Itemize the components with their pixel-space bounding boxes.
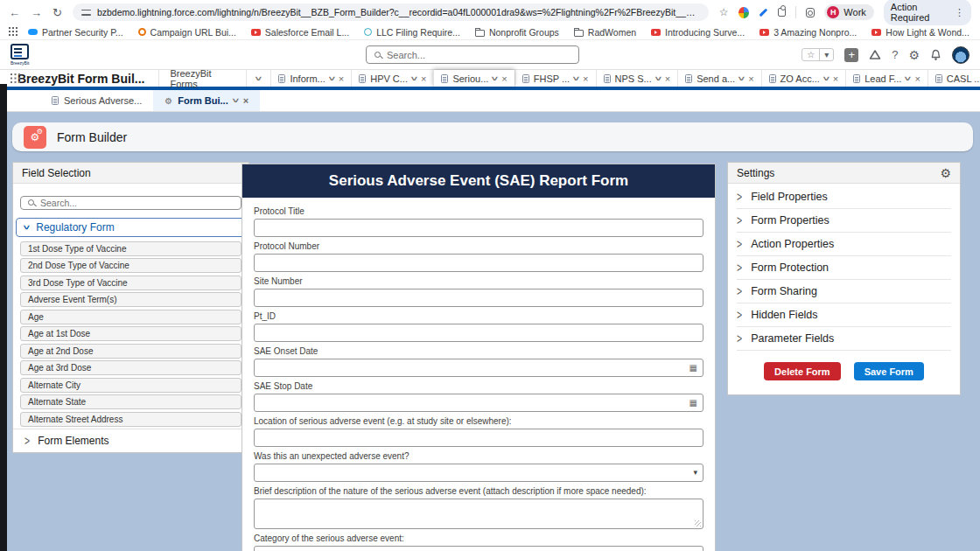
close-icon[interactable]: × — [583, 73, 588, 84]
reload-icon[interactable]: ↻ — [52, 7, 62, 18]
close-icon[interactable]: × — [748, 73, 753, 84]
field-input-date[interactable]: ▦ — [254, 394, 704, 412]
field-input-text[interactable] — [254, 254, 704, 272]
quick-create-icon[interactable]: + — [844, 48, 858, 62]
settings-section-row[interactable]: >Form Sharing — [737, 280, 951, 303]
favorites-dropdown-icon[interactable]: ▾ — [819, 49, 833, 60]
chevron-down-icon[interactable]: > — [820, 76, 832, 80]
field-chip[interactable]: Alternate Street Address — [20, 412, 242, 427]
nav-home-dropdown[interactable]: > — [246, 70, 270, 87]
pencil-icon[interactable] — [759, 8, 767, 17]
save-form-button[interactable]: Save Form — [854, 362, 924, 380]
field-chip[interactable]: 3rd Dose Type of Vaccine — [20, 276, 242, 290]
settings-section-row[interactable]: >Field Properties — [737, 185, 951, 209]
delete-form-button[interactable]: Delete Form — [764, 362, 841, 380]
calendar-icon[interactable]: ▦ — [690, 364, 697, 373]
workspace-tab[interactable]: Inform...>× — [270, 70, 351, 87]
site-settings-icon[interactable] — [81, 9, 91, 17]
bookmark-item[interactable]: 3 Amazing Nonpro... — [760, 27, 857, 38]
regulatory-form-accordion[interactable]: > Regulatory Form — [16, 218, 246, 237]
extensions-icon[interactable] — [778, 8, 786, 17]
field-input-text[interactable] — [254, 219, 704, 237]
close-icon[interactable]: × — [339, 73, 344, 84]
close-icon[interactable]: × — [665, 73, 670, 84]
chevron-down-icon[interactable]: > — [326, 76, 338, 80]
notifications-bell-icon[interactable] — [930, 49, 942, 61]
field-input-text[interactable] — [254, 289, 704, 307]
tab-search-icon[interactable] — [806, 8, 816, 17]
bookmark-item[interactable]: Salesforce Email L... — [251, 27, 349, 38]
close-icon[interactable]: × — [243, 95, 248, 106]
bookmark-item[interactable]: Partner Security P... — [28, 27, 123, 38]
field-chip[interactable]: Alternate City — [20, 378, 242, 393]
field-input-text[interactable] — [254, 429, 704, 447]
field-input-select[interactable]: ▾ — [254, 464, 704, 482]
nav-home-tab[interactable]: BreezyBit Forms — [158, 70, 246, 87]
favorites-control[interactable]: ☆ ▾ — [802, 48, 834, 61]
workspace-tab[interactable]: NPS S...>× — [596, 70, 678, 87]
field-input-date[interactable]: ▦ — [254, 359, 704, 377]
global-search-box[interactable] — [366, 45, 579, 64]
trailhead-icon[interactable] — [869, 49, 881, 60]
field-input-textarea[interactable] — [254, 499, 704, 529]
user-avatar[interactable] — [952, 46, 970, 64]
workspace-tab[interactable]: Lead F...>× — [845, 70, 928, 87]
kebab-menu-icon[interactable]: ⋮ — [955, 7, 964, 18]
console-subtab[interactable]: ⚙Form Bui...>× — [153, 90, 260, 111]
field-search-input[interactable] — [40, 198, 234, 208]
field-chip[interactable]: Age at 1st Dose — [20, 326, 242, 341]
chevron-down-icon[interactable]: > — [736, 76, 748, 80]
field-chip[interactable]: Age — [20, 310, 242, 324]
field-input-text[interactable] — [254, 324, 704, 342]
favorites-star-icon[interactable]: ☆ — [802, 49, 819, 60]
org-logo[interactable]: BreezyBit — [10, 44, 29, 66]
profile-button[interactable]: H Work — [824, 4, 873, 20]
close-icon[interactable]: × — [914, 73, 920, 84]
console-subtab[interactable]: Serious Adverse... — [40, 90, 153, 111]
settings-section-row[interactable]: >Form Properties — [737, 209, 951, 233]
gear-icon[interactable]: ⚙ — [940, 166, 951, 180]
resize-handle-icon[interactable] — [695, 520, 701, 527]
workspace-tab[interactable]: CASL ...>× — [928, 70, 980, 87]
chevron-down-icon[interactable]: > — [652, 76, 664, 80]
field-search-box[interactable] — [20, 196, 242, 210]
workspace-tab[interactable]: FHSP ...>× — [514, 70, 596, 87]
bookmark-item[interactable]: Campaign URL Bui... — [138, 27, 236, 38]
field-chip[interactable]: Alternate State — [20, 394, 242, 409]
workspace-tab[interactable]: HPV C...>× — [351, 70, 433, 87]
settings-section-row[interactable]: >Parameter Fields — [737, 327, 951, 351]
workspace-tab[interactable]: Seriou...>× — [433, 70, 514, 87]
close-icon[interactable]: × — [421, 73, 426, 84]
close-icon[interactable]: × — [833, 73, 838, 84]
field-input-text[interactable] — [254, 546, 704, 551]
google-services-icon[interactable] — [738, 7, 748, 18]
form-elements-accordion[interactable]: > Form Elements — [13, 429, 248, 452]
chevron-down-icon[interactable]: > — [408, 76, 420, 80]
settings-section-row[interactable]: >Action Properties — [737, 233, 951, 256]
field-chip[interactable]: 1st Dose Type of Vaccine — [20, 241, 242, 256]
help-icon[interactable]: ? — [892, 48, 898, 61]
field-chip[interactable]: Age at 3rd Dose — [20, 360, 242, 375]
setup-gear-icon[interactable]: ⚙ — [908, 48, 920, 62]
bookmark-item[interactable]: LLC Filing Require... — [364, 27, 460, 38]
workspace-tab[interactable]: Send a...>× — [677, 70, 760, 87]
field-chip[interactable]: Age at 2nd Dose — [20, 344, 242, 359]
bookmark-item[interactable]: Introducing Surve... — [651, 27, 745, 38]
settings-section-row[interactable]: >Hidden Fields — [737, 303, 951, 327]
bookmark-item[interactable]: How Light & Wond... — [872, 27, 970, 38]
chevron-down-icon[interactable]: > — [570, 76, 583, 80]
workspace-tab[interactable]: ZO Acc...>× — [761, 70, 846, 87]
global-search-input[interactable] — [387, 50, 570, 60]
chevron-down-icon[interactable]: > — [489, 76, 501, 80]
back-icon[interactable]: ← — [9, 7, 20, 18]
forward-icon[interactable]: → — [31, 7, 42, 18]
app-name[interactable]: BreezyBit Form Buil... — [18, 72, 158, 86]
settings-section-row[interactable]: >Form Protection — [737, 256, 951, 280]
field-chip[interactable]: 2nd Dose Type of Vaccine — [20, 258, 242, 273]
bookmark-item[interactable]: Nonprofit Groups — [475, 27, 559, 38]
close-icon[interactable]: × — [501, 73, 507, 84]
chevron-down-icon[interactable]: > — [229, 99, 242, 103]
calendar-icon[interactable]: ▦ — [690, 399, 697, 408]
bookmark-item[interactable]: RadWomen — [574, 27, 636, 38]
bookmark-star-icon[interactable]: ☆ — [719, 6, 729, 18]
